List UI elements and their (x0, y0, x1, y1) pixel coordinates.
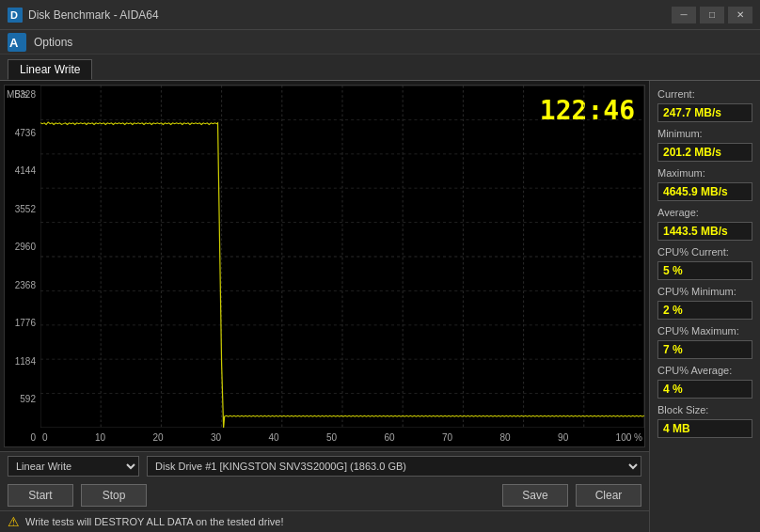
x-label-100: 100 % (616, 432, 642, 443)
options-menu[interactable]: Options (26, 33, 80, 52)
y-label-1184: 1184 (7, 356, 39, 367)
chart-area: MB/s 122:46 (0, 81, 649, 532)
y-label-592: 592 (7, 394, 39, 404)
warning-text: Write tests will DESTROY ALL DATA on the… (25, 516, 284, 527)
average-value: 1443.5 MB/s (657, 222, 752, 241)
window-title: Disk Benchmark - AIDA64 (28, 8, 672, 22)
y-label-1776: 1776 (7, 318, 39, 328)
x-label-10: 10 (95, 432, 105, 443)
clear-button[interactable]: Clear (576, 484, 641, 507)
titlebar: D Disk Benchmark - AIDA64 ─ □ ✕ (0, 0, 760, 30)
cpu-current-value: 5 % (657, 261, 752, 280)
cpu-average-value: 4 % (657, 380, 752, 399)
x-label-70: 70 (442, 432, 452, 443)
minimize-button[interactable]: ─ (672, 7, 696, 23)
average-label: Average: (657, 207, 752, 218)
y-axis: 0 592 1184 1776 2368 2960 3552 4144 4736… (5, 86, 40, 446)
y-label-2960: 2960 (7, 242, 39, 252)
buttons-row: Start Stop Save Clear (0, 480, 649, 510)
y-label-4144: 4144 (7, 165, 39, 176)
x-label-60: 60 (385, 432, 395, 443)
minimum-value: 201.2 MB/s (657, 143, 752, 162)
y-label-5328: 5328 (7, 89, 39, 100)
drive-dropdown[interactable]: Disk Drive #1 [KINGSTON SNV3S2000G] (186… (147, 456, 641, 477)
x-label-80: 80 (500, 432, 511, 443)
save-button[interactable]: Save (502, 484, 568, 507)
bottom-controls: Linear Write Disk Drive #1 [KINGSTON SNV… (0, 451, 649, 480)
chart-svg (40, 86, 644, 428)
cpu-current-label: CPU% Current: (657, 246, 752, 258)
app-logo: A (8, 33, 26, 52)
window-controls: ─ □ ✕ (672, 7, 752, 23)
y-label-0: 0 (7, 432, 39, 443)
minimum-label: Minimum: (657, 128, 752, 139)
x-label-50: 50 (326, 432, 337, 443)
y-label-2368: 2368 (7, 280, 39, 290)
x-axis: 0 10 20 30 40 50 60 70 80 90 100 % (40, 428, 644, 446)
current-value: 247.7 MB/s (657, 103, 752, 122)
svg-text:D: D (10, 9, 18, 21)
x-label-0: 0 (42, 432, 48, 443)
chart-container: MB/s 122:46 (4, 85, 645, 447)
x-label-90: 90 (558, 432, 568, 443)
menubar: A Options (0, 30, 760, 55)
stats-panel: Current: 247.7 MB/s Minimum: 201.2 MB/s … (649, 81, 760, 532)
tab-linear-write[interactable]: Linear Write (8, 59, 92, 80)
x-label-20: 20 (152, 432, 163, 443)
block-size-value: 4 MB (657, 419, 752, 438)
x-label-40: 40 (269, 432, 279, 443)
maximum-label: Maximum: (657, 167, 752, 179)
test-type-dropdown[interactable]: Linear Write (8, 456, 139, 477)
block-size-label: Block Size: (657, 404, 752, 415)
stop-button[interactable]: Stop (81, 484, 147, 507)
cpu-minimum-label: CPU% Minimum: (657, 286, 752, 297)
svg-text:A: A (9, 36, 19, 50)
cpu-maximum-value: 7 % (657, 340, 752, 359)
maximum-value: 4645.9 MB/s (657, 182, 752, 201)
tab-bar: Linear Write (0, 55, 760, 81)
cpu-minimum-value: 2 % (657, 301, 752, 320)
warning-icon: ⚠ (8, 514, 20, 529)
cpu-maximum-label: CPU% Maximum: (657, 325, 752, 336)
main-content: MB/s 122:46 (0, 81, 760, 532)
start-button[interactable]: Start (8, 484, 73, 507)
y-label-4736: 4736 (7, 128, 39, 138)
app-icon: D (8, 8, 23, 23)
close-button[interactable]: ✕ (728, 7, 752, 23)
warning-bar: ⚠ Write tests will DESTROY ALL DATA on t… (0, 510, 649, 532)
current-label: Current: (657, 88, 752, 100)
y-label-3552: 3552 (7, 204, 39, 214)
cpu-average-label: CPU% Average: (657, 365, 752, 376)
x-label-30: 30 (211, 432, 221, 443)
maximize-button[interactable]: □ (700, 7, 724, 23)
